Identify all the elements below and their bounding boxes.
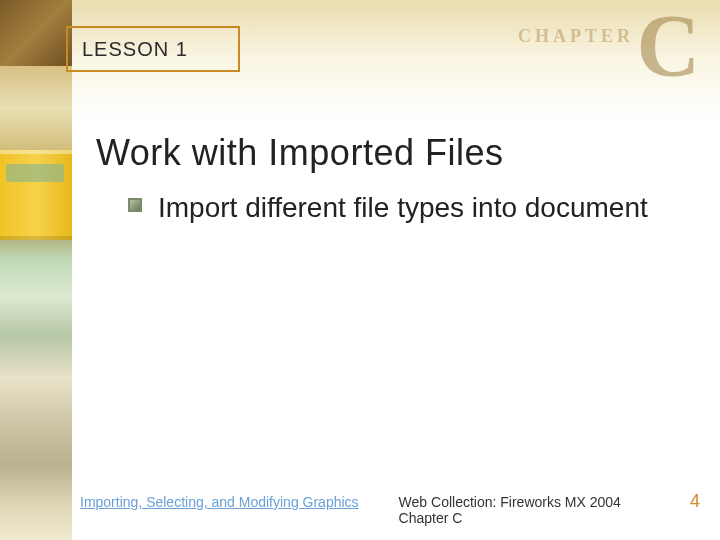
strip-bus-graphic (0, 150, 72, 240)
lesson-label: LESSON 1 (82, 38, 188, 61)
strip-top-band (0, 0, 72, 66)
footer-link[interactable]: Importing, Selecting, and Modifying Grap… (80, 494, 359, 510)
decorative-left-strip (0, 0, 72, 540)
chapter-letter: C (636, 2, 700, 90)
bullet-text: Import different file types into documen… (158, 190, 648, 225)
footer-center-text: Web Collection: Fireworks MX 2004 Chapte… (399, 494, 670, 526)
lesson-badge: LESSON 1 (66, 26, 240, 72)
bullet-list: Import different file types into documen… (128, 190, 648, 225)
footer: Importing, Selecting, and Modifying Grap… (80, 491, 700, 526)
chapter-word: CHAPTER (518, 26, 634, 47)
list-item: Import different file types into documen… (128, 190, 648, 225)
slide-heading: Work with Imported Files (96, 132, 503, 174)
footer-page-number: 4 (690, 491, 700, 512)
bullet-icon (128, 198, 142, 212)
